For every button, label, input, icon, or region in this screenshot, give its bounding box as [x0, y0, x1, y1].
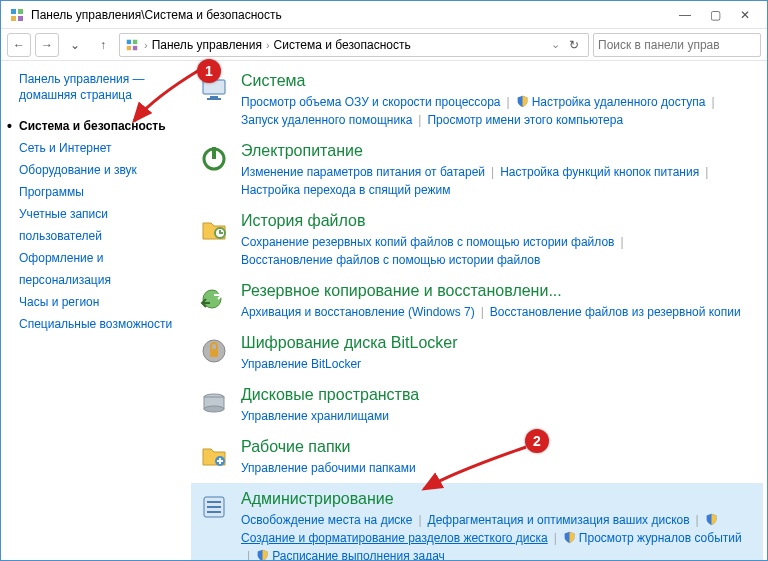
- sidebar-item[interactable]: Программы: [19, 181, 177, 203]
- link-separator: |: [507, 95, 510, 109]
- backup-icon: [197, 281, 231, 315]
- category-link[interactable]: Восстановление файлов с помощью истории …: [241, 251, 540, 269]
- category-title[interactable]: Рабочие папки: [241, 437, 755, 457]
- category-link[interactable]: Сохранение резервных копий файлов с помо…: [241, 233, 615, 251]
- toolbar: ← → ⌄ ↑ › Панель управления › Система и …: [1, 29, 767, 61]
- filehistory-icon: [197, 211, 231, 245]
- category-link[interactable]: Архивация и восстановление (Windows 7): [241, 303, 475, 321]
- svg-rect-16: [210, 349, 218, 357]
- svg-rect-12: [212, 147, 216, 159]
- svg-rect-8: [203, 80, 225, 94]
- category-link[interactable]: Настройка перехода в спящий режим: [241, 181, 450, 199]
- back-button[interactable]: ←: [7, 33, 31, 57]
- category-link[interactable]: Освобождение места на диске: [241, 511, 412, 529]
- history-dropdown[interactable]: ⌄: [63, 33, 87, 57]
- svg-rect-5: [133, 39, 137, 43]
- category-title[interactable]: Электропитание: [241, 141, 755, 161]
- svg-rect-4: [127, 39, 131, 43]
- category-admin: АдминистрированиеОсвобождение места на д…: [191, 483, 763, 561]
- window-title: Панель управления\Система и безопасность: [31, 8, 282, 22]
- svg-rect-2: [11, 16, 16, 21]
- svg-rect-0: [11, 9, 16, 14]
- sidebar-item[interactable]: Специальные возможности: [19, 313, 177, 335]
- refresh-button[interactable]: ↻: [564, 38, 584, 52]
- shield-icon: [705, 513, 719, 527]
- svg-rect-23: [207, 506, 221, 508]
- bitlocker-icon: [197, 333, 231, 367]
- sidebar-list: Система и безопасностьСеть и ИнтернетОбо…: [19, 115, 177, 335]
- category-filehistory: История файловСохранение резервных копий…: [191, 205, 763, 275]
- sidebar: Панель управления — домашняя страница Си…: [1, 61, 191, 561]
- svg-rect-7: [133, 45, 137, 49]
- up-button[interactable]: ↑: [91, 33, 115, 57]
- category-link[interactable]: Просмотр объема ОЗУ и скорости процессор…: [241, 93, 501, 111]
- breadcrumb-segment[interactable]: Система и безопасность: [274, 38, 411, 52]
- sidebar-item[interactable]: Сеть и Интернет: [19, 137, 177, 159]
- maximize-button[interactable]: ▢: [701, 5, 729, 25]
- shield-icon: [256, 549, 270, 561]
- close-button[interactable]: ✕: [731, 5, 759, 25]
- category-system: СистемаПросмотр объема ОЗУ и скорости пр…: [191, 65, 763, 135]
- chevron-right-icon: ›: [266, 39, 270, 51]
- category-title[interactable]: Шифрование диска BitLocker: [241, 333, 755, 353]
- category-workfolders: Рабочие папкиУправление рабочими папками: [191, 431, 763, 483]
- link-separator: |: [491, 165, 494, 179]
- link-separator: |: [705, 165, 708, 179]
- category-title[interactable]: Администрирование: [241, 489, 755, 509]
- link-separator: |: [696, 513, 699, 527]
- sidebar-item[interactable]: Оборудование и звук: [19, 159, 177, 181]
- chevron-down-icon[interactable]: ⌄: [551, 38, 560, 51]
- link-separator: |: [554, 531, 557, 545]
- category-title[interactable]: Система: [241, 71, 755, 91]
- svg-point-19: [204, 406, 224, 412]
- storage-icon: [197, 385, 231, 419]
- category-link[interactable]: Настройка функций кнопок питания: [500, 163, 699, 181]
- control-panel-icon: [124, 37, 140, 53]
- category-link[interactable]: Изменение параметров питания от батарей: [241, 163, 485, 181]
- link-separator: |: [712, 95, 715, 109]
- sidebar-item[interactable]: Система и безопасность: [19, 115, 177, 137]
- link-separator: |: [418, 513, 421, 527]
- svg-rect-9: [210, 96, 218, 98]
- category-link[interactable]: Просмотр имени этого компьютера: [427, 111, 623, 129]
- category-title[interactable]: Резервное копирование и восстановлени...: [241, 281, 755, 301]
- svg-rect-10: [207, 98, 221, 100]
- category-link[interactable]: Восстановление файлов из резервной копии: [490, 303, 741, 321]
- search-input[interactable]: [598, 38, 756, 52]
- category-power: ЭлектропитаниеИзменение параметров питан…: [191, 135, 763, 205]
- sidebar-item[interactable]: Оформление и персонализация: [19, 247, 177, 291]
- svg-rect-3: [18, 16, 23, 21]
- breadcrumb-segment[interactable]: Панель управления: [152, 38, 262, 52]
- category-link[interactable]: Дефрагментация и оптимизация ваших диско…: [428, 511, 690, 529]
- category-link[interactable]: Расписание выполнения задач: [272, 547, 445, 561]
- breadcrumb[interactable]: › Панель управления › Система и безопасн…: [119, 33, 589, 57]
- category-title[interactable]: История файлов: [241, 211, 755, 231]
- link-separator: |: [247, 549, 250, 561]
- chevron-right-icon: ›: [144, 39, 148, 51]
- link-separator: |: [481, 305, 484, 319]
- category-link[interactable]: Настройка удаленного доступа: [532, 93, 706, 111]
- sidebar-home-link[interactable]: Панель управления — домашняя страница: [19, 71, 177, 103]
- category-link[interactable]: Запуск удаленного помощника: [241, 111, 412, 129]
- forward-button[interactable]: →: [35, 33, 59, 57]
- shield-icon: [563, 531, 577, 545]
- shield-icon: [516, 95, 530, 109]
- category-link[interactable]: Управление хранилищами: [241, 407, 389, 425]
- search-box[interactable]: [593, 33, 761, 57]
- sidebar-item[interactable]: Часы и регион: [19, 291, 177, 313]
- control-panel-icon: [9, 7, 25, 23]
- power-icon: [197, 141, 231, 175]
- admin-icon: [197, 489, 231, 523]
- category-link[interactable]: Управление рабочими папками: [241, 459, 416, 477]
- minimize-button[interactable]: —: [671, 5, 699, 25]
- category-link[interactable]: Создание и форматирование разделов жестк…: [241, 529, 548, 547]
- category-backup: Резервное копирование и восстановлени...…: [191, 275, 763, 327]
- workfolders-icon: [197, 437, 231, 471]
- svg-rect-24: [207, 511, 221, 513]
- category-link[interactable]: Управление BitLocker: [241, 355, 361, 373]
- title-bar: Панель управления\Система и безопасность…: [1, 1, 767, 29]
- category-title[interactable]: Дисковые пространства: [241, 385, 755, 405]
- sidebar-item[interactable]: Учетные записи пользователей: [19, 203, 177, 247]
- link-separator: |: [418, 113, 421, 127]
- category-link[interactable]: Просмотр журналов событий: [579, 529, 742, 547]
